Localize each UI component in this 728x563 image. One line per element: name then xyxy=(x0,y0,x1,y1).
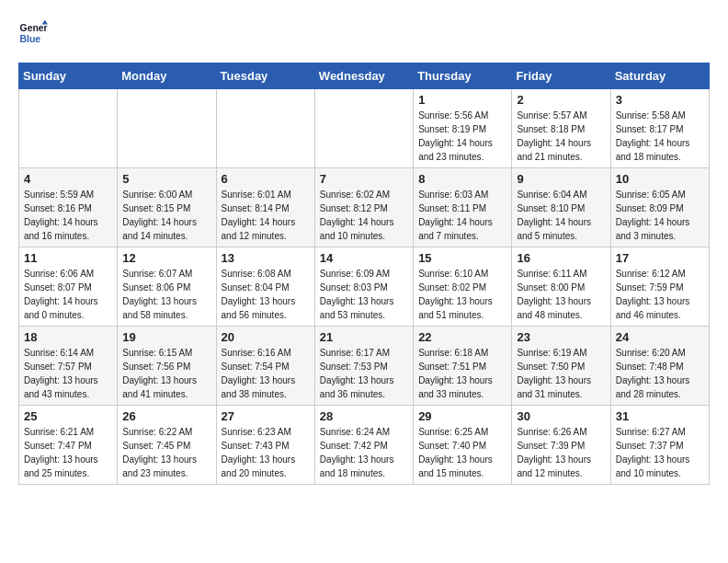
day-number: 17 xyxy=(616,251,704,265)
day-info: Sunrise: 6:11 AM Sunset: 8:00 PM Dayligh… xyxy=(517,267,605,322)
calendar-header-row: SundayMondayTuesdayWednesdayThursdayFrid… xyxy=(19,63,710,89)
day-number: 1 xyxy=(418,93,506,107)
day-info: Sunrise: 6:20 AM Sunset: 7:48 PM Dayligh… xyxy=(616,346,704,401)
day-info: Sunrise: 5:57 AM Sunset: 8:18 PM Dayligh… xyxy=(517,109,605,164)
week-row-2: 4Sunrise: 5:59 AM Sunset: 8:16 PM Daylig… xyxy=(19,168,710,247)
calendar-cell: 4Sunrise: 5:59 AM Sunset: 8:16 PM Daylig… xyxy=(19,168,118,247)
day-number: 13 xyxy=(222,251,310,265)
week-row-4: 18Sunrise: 6:14 AM Sunset: 7:57 PM Dayli… xyxy=(19,327,710,406)
day-info: Sunrise: 6:07 AM Sunset: 8:06 PM Dayligh… xyxy=(122,267,210,322)
day-number: 5 xyxy=(122,172,210,186)
day-info: Sunrise: 6:19 AM Sunset: 7:50 PM Dayligh… xyxy=(517,346,605,401)
calendar-cell: 17Sunrise: 6:12 AM Sunset: 7:59 PM Dayli… xyxy=(610,247,709,327)
day-number: 18 xyxy=(24,330,112,344)
day-number: 12 xyxy=(122,251,210,265)
calendar-cell: 1Sunrise: 5:56 AM Sunset: 8:19 PM Daylig… xyxy=(414,89,512,168)
calendar-cell: 12Sunrise: 6:07 AM Sunset: 8:06 PM Dayli… xyxy=(118,247,216,327)
day-info: Sunrise: 6:00 AM Sunset: 8:15 PM Dayligh… xyxy=(122,188,210,243)
day-number: 20 xyxy=(222,330,310,344)
day-number: 21 xyxy=(320,330,408,344)
calendar-cell: 16Sunrise: 6:11 AM Sunset: 8:00 PM Dayli… xyxy=(512,247,610,327)
day-number: 14 xyxy=(320,251,408,265)
day-info: Sunrise: 6:01 AM Sunset: 8:14 PM Dayligh… xyxy=(222,188,310,243)
calendar-cell: 3Sunrise: 5:58 AM Sunset: 8:17 PM Daylig… xyxy=(610,89,709,168)
day-number: 27 xyxy=(222,409,310,423)
calendar-cell xyxy=(216,89,314,168)
day-number: 8 xyxy=(418,172,506,186)
day-number: 16 xyxy=(517,251,605,265)
header-monday: Monday xyxy=(118,63,216,89)
day-info: Sunrise: 6:02 AM Sunset: 8:12 PM Dayligh… xyxy=(320,188,408,243)
calendar-cell xyxy=(118,89,216,168)
day-info: Sunrise: 5:58 AM Sunset: 8:17 PM Dayligh… xyxy=(616,109,704,164)
day-number: 10 xyxy=(616,172,704,186)
calendar-cell: 13Sunrise: 6:08 AM Sunset: 8:04 PM Dayli… xyxy=(216,247,314,327)
calendar-cell: 2Sunrise: 5:57 AM Sunset: 8:18 PM Daylig… xyxy=(512,89,610,168)
day-number: 6 xyxy=(222,172,310,186)
day-info: Sunrise: 6:15 AM Sunset: 7:56 PM Dayligh… xyxy=(122,346,210,401)
svg-text:Blue: Blue xyxy=(20,34,41,44)
day-info: Sunrise: 6:23 AM Sunset: 7:43 PM Dayligh… xyxy=(222,425,310,480)
day-info: Sunrise: 6:18 AM Sunset: 7:51 PM Dayligh… xyxy=(418,346,506,401)
day-info: Sunrise: 5:56 AM Sunset: 8:19 PM Dayligh… xyxy=(418,109,506,164)
day-info: Sunrise: 6:04 AM Sunset: 8:10 PM Dayligh… xyxy=(517,188,605,243)
header-friday: Friday xyxy=(512,63,610,89)
calendar-cell: 14Sunrise: 6:09 AM Sunset: 8:03 PM Dayli… xyxy=(314,247,413,327)
day-info: Sunrise: 6:17 AM Sunset: 7:53 PM Dayligh… xyxy=(320,346,408,401)
day-number: 26 xyxy=(122,409,210,423)
calendar-cell: 25Sunrise: 6:21 AM Sunset: 7:47 PM Dayli… xyxy=(19,406,118,485)
calendar-cell: 6Sunrise: 6:01 AM Sunset: 8:14 PM Daylig… xyxy=(216,168,314,247)
calendar-cell xyxy=(314,89,413,168)
day-info: Sunrise: 6:03 AM Sunset: 8:11 PM Dayligh… xyxy=(418,188,506,243)
calendar-cell: 20Sunrise: 6:16 AM Sunset: 7:54 PM Dayli… xyxy=(216,327,314,406)
day-info: Sunrise: 6:24 AM Sunset: 7:42 PM Dayligh… xyxy=(320,425,408,480)
header-tuesday: Tuesday xyxy=(216,63,314,89)
calendar-cell: 26Sunrise: 6:22 AM Sunset: 7:45 PM Dayli… xyxy=(118,406,216,485)
day-info: Sunrise: 6:21 AM Sunset: 7:47 PM Dayligh… xyxy=(24,425,112,480)
day-number: 9 xyxy=(517,172,605,186)
svg-marker-2 xyxy=(42,20,48,25)
day-info: Sunrise: 6:10 AM Sunset: 8:02 PM Dayligh… xyxy=(418,267,506,322)
day-number: 2 xyxy=(517,93,605,107)
day-number: 3 xyxy=(616,93,704,107)
day-number: 4 xyxy=(24,172,112,186)
week-row-3: 11Sunrise: 6:06 AM Sunset: 8:07 PM Dayli… xyxy=(19,247,710,327)
day-info: Sunrise: 6:16 AM Sunset: 7:54 PM Dayligh… xyxy=(222,346,310,401)
calendar-cell: 27Sunrise: 6:23 AM Sunset: 7:43 PM Dayli… xyxy=(216,406,314,485)
calendar-cell: 5Sunrise: 6:00 AM Sunset: 8:15 PM Daylig… xyxy=(118,168,216,247)
calendar-cell: 21Sunrise: 6:17 AM Sunset: 7:53 PM Dayli… xyxy=(314,327,413,406)
day-info: Sunrise: 6:08 AM Sunset: 8:04 PM Dayligh… xyxy=(222,267,310,322)
calendar-cell: 29Sunrise: 6:25 AM Sunset: 7:40 PM Dayli… xyxy=(414,406,512,485)
calendar-cell: 23Sunrise: 6:19 AM Sunset: 7:50 PM Dayli… xyxy=(512,327,610,406)
day-number: 15 xyxy=(418,251,506,265)
day-info: Sunrise: 6:26 AM Sunset: 7:39 PM Dayligh… xyxy=(517,425,605,480)
day-info: Sunrise: 6:12 AM Sunset: 7:59 PM Dayligh… xyxy=(616,267,704,322)
page-header: General Blue xyxy=(18,18,710,48)
day-number: 25 xyxy=(24,409,112,423)
day-info: Sunrise: 6:06 AM Sunset: 8:07 PM Dayligh… xyxy=(24,267,112,322)
calendar-cell: 24Sunrise: 6:20 AM Sunset: 7:48 PM Dayli… xyxy=(610,327,709,406)
day-number: 19 xyxy=(122,330,210,344)
day-info: Sunrise: 6:27 AM Sunset: 7:37 PM Dayligh… xyxy=(616,425,704,480)
day-number: 31 xyxy=(616,409,704,423)
day-number: 28 xyxy=(320,409,408,423)
day-info: Sunrise: 6:22 AM Sunset: 7:45 PM Dayligh… xyxy=(122,425,210,480)
calendar-cell: 7Sunrise: 6:02 AM Sunset: 8:12 PM Daylig… xyxy=(314,168,413,247)
header-saturday: Saturday xyxy=(610,63,709,89)
day-number: 22 xyxy=(418,330,506,344)
calendar-cell: 10Sunrise: 6:05 AM Sunset: 8:09 PM Dayli… xyxy=(610,168,709,247)
week-row-1: 1Sunrise: 5:56 AM Sunset: 8:19 PM Daylig… xyxy=(19,89,710,168)
logo: General Blue xyxy=(18,18,51,48)
day-number: 11 xyxy=(24,251,112,265)
header-wednesday: Wednesday xyxy=(314,63,413,89)
calendar-cell xyxy=(19,89,118,168)
day-number: 23 xyxy=(517,330,605,344)
calendar-table: SundayMondayTuesdayWednesdayThursdayFrid… xyxy=(18,63,710,485)
day-info: Sunrise: 6:05 AM Sunset: 8:09 PM Dayligh… xyxy=(616,188,704,243)
day-number: 30 xyxy=(517,409,605,423)
day-number: 29 xyxy=(418,409,506,423)
calendar-cell: 28Sunrise: 6:24 AM Sunset: 7:42 PM Dayli… xyxy=(314,406,413,485)
calendar-cell: 19Sunrise: 6:15 AM Sunset: 7:56 PM Dayli… xyxy=(118,327,216,406)
calendar-cell: 15Sunrise: 6:10 AM Sunset: 8:02 PM Dayli… xyxy=(414,247,512,327)
week-row-5: 25Sunrise: 6:21 AM Sunset: 7:47 PM Dayli… xyxy=(19,406,710,485)
